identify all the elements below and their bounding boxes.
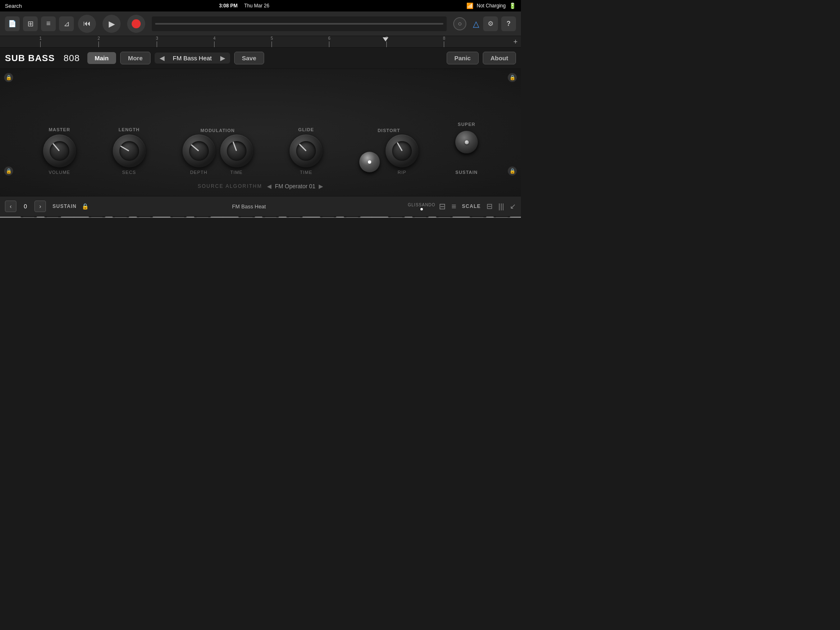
layers-button[interactable]: ⊞ (23, 16, 38, 31)
panic-button[interactable]: Panic (447, 52, 479, 64)
black-key[interactable] (262, 217, 279, 217)
master-volume-group: MASTER VOLUME (43, 127, 76, 175)
transport-center: ⏮ ▶ ○ △ (78, 15, 479, 33)
knob-inner (227, 141, 247, 161)
piano-keyboard[interactable]: C2 C3 C4 (0, 217, 521, 218)
status-left: Search (5, 3, 22, 9)
black-key[interactable] (137, 217, 153, 217)
piano-sustain-label: SUSTAIN (52, 203, 77, 209)
settings-icon: ⚙ (488, 20, 493, 27)
super-sustain-group: SUPER SUSTAIN (455, 122, 478, 175)
ruler-mark-8: 8 (443, 36, 445, 47)
length-knob[interactable] (113, 135, 146, 167)
help-button[interactable]: ? (501, 16, 516, 31)
black-key[interactable] (412, 217, 429, 217)
metronome-icon[interactable]: △ (473, 19, 479, 29)
rewind-button[interactable]: ⏮ (78, 15, 96, 33)
octave-prev-button[interactable]: ‹ (5, 201, 16, 212)
piano-bars-icon[interactable]: ||| (498, 202, 504, 211)
ruler-tick-1 (40, 41, 41, 47)
layers-icon: ⊞ (27, 19, 34, 28)
ruler: 1 2 3 4 5 6 7 8 + (0, 36, 521, 48)
ruler-label-4: 4 (213, 36, 216, 41)
black-key[interactable] (112, 217, 129, 217)
add-track-button[interactable]: + (513, 37, 518, 46)
expand-icon[interactable]: ↙ (510, 202, 516, 211)
ruler-mark-7: 7 (386, 36, 388, 47)
settings-button[interactable]: ⚙ (483, 16, 498, 31)
octave-display: 0 (20, 203, 31, 210)
save-button[interactable]: Save (234, 52, 264, 64)
distort-rip-small-knob[interactable] (359, 152, 380, 172)
bottom-left-lock: 🔒 (4, 167, 13, 176)
timeline-slider[interactable] (155, 23, 443, 25)
piano-preset-label: FM Bass Heat (94, 203, 404, 210)
octave-next-button[interactable]: › (34, 201, 46, 212)
algo-prev-button[interactable]: ◀ (267, 183, 272, 189)
super-dot (465, 140, 469, 144)
list-icon: ≡ (46, 19, 51, 28)
black-key[interactable] (470, 217, 486, 217)
distort-knob[interactable] (386, 135, 418, 167)
tempo-circle[interactable]: ○ (453, 17, 466, 30)
keyboard-split-icon[interactable]: ⊟ (439, 201, 446, 211)
mod-time-knob[interactable] (220, 135, 253, 167)
length-label-top: LENGTH (119, 127, 139, 132)
ruler-mark-3: 3 (156, 36, 158, 47)
play-button[interactable]: ▶ (103, 15, 121, 33)
more-tab-button[interactable]: More (120, 52, 151, 64)
modulation-group: MODULATION DEPTH TIME (183, 128, 253, 175)
preset-navigator: ◀ FM Bass Heat ▶ (155, 52, 230, 64)
ruler-tick-4 (214, 41, 215, 47)
battery-label: Not Charging (477, 3, 506, 9)
about-button[interactable]: About (483, 52, 516, 64)
sustain-label-bottom: SUSTAIN (455, 170, 477, 175)
preset-name-display: FM Bass Heat (168, 55, 217, 62)
black-key[interactable] (388, 217, 405, 217)
transport-right: ⚙ ? (483, 16, 516, 31)
black-key[interactable] (493, 217, 510, 217)
length-group: LENGTH SECS (113, 127, 146, 175)
master-label-top: MASTER (49, 127, 70, 132)
length-label-bottom: SECS (122, 170, 136, 175)
preset-prev-button[interactable]: ◀ (158, 54, 166, 62)
ruler-label-5: 5 (271, 36, 273, 41)
black-key[interactable] (44, 217, 61, 217)
preset-next-button[interactable]: ▶ (219, 54, 227, 62)
black-key[interactable] (170, 217, 187, 217)
scale-icon[interactable]: ⊟ (486, 202, 493, 211)
list-button[interactable]: ≡ (41, 16, 56, 31)
black-key[interactable] (238, 217, 255, 217)
ruler-tick-5 (272, 41, 272, 47)
record-button[interactable] (127, 15, 145, 33)
main-tab-button[interactable]: Main (87, 52, 116, 64)
master-volume-knob[interactable] (43, 135, 76, 167)
algo-navigator: ◀ FM Operator 01 ▶ (267, 183, 323, 189)
mixer-button[interactable]: ⊿ (59, 16, 74, 31)
search-label[interactable]: Search (5, 3, 22, 9)
black-key[interactable] (436, 217, 453, 217)
bottom-section: ‹ 0 › SUSTAIN 🔒 FM Bass Heat GLISSANDO ⊟… (0, 196, 521, 218)
super-label-top: SUPER (458, 122, 475, 127)
black-key[interactable] (21, 217, 37, 217)
black-key[interactable] (286, 217, 303, 217)
status-date: Thu Mar 26 (244, 3, 269, 9)
super-knob[interactable] (455, 131, 478, 153)
mod-time-label: TIME (230, 170, 242, 175)
status-bar: Search 3:08 PM Thu Mar 26 📶 Not Charging… (0, 0, 521, 11)
black-key[interactable] (344, 217, 361, 217)
black-key[interactable] (89, 217, 105, 217)
algo-next-button[interactable]: ▶ (319, 183, 323, 189)
black-key[interactable] (194, 217, 211, 217)
new-file-button[interactable]: 📄 (5, 16, 20, 31)
glide-knob[interactable] (290, 135, 322, 167)
bottom-right-lock: 🔒 (508, 167, 517, 176)
knob-inner (119, 141, 139, 161)
mod-depth-knob[interactable] (183, 135, 215, 167)
black-key[interactable] (320, 217, 337, 217)
top-right-lock: 🔒 (508, 73, 517, 82)
status-center: 3:08 PM Thu Mar 26 (219, 3, 269, 9)
filter-icon[interactable]: ≡ (452, 202, 457, 211)
rip-center-dot (368, 160, 371, 164)
wifi-icon: 📶 (466, 2, 473, 9)
